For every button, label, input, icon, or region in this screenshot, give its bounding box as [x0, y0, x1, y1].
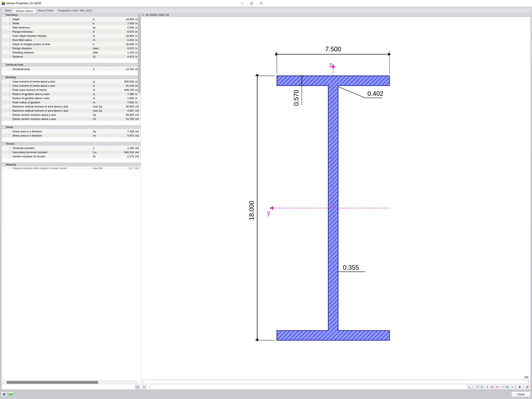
collapse-icon[interactable]: −: [2, 63, 5, 66]
category-label: Geometry: [6, 13, 18, 16]
property-row[interactable]: Torsional constant J 1.240 in4: [2, 146, 141, 150]
property-label: Torsional constant: [2, 146, 91, 150]
spacer-row: [2, 71, 141, 75]
property-symbol: A: [91, 68, 110, 71]
collapse-icon[interactable]: −: [2, 142, 5, 145]
property-label: Elastic section modulus about y-axis: [2, 113, 91, 116]
property-row[interactable]: Secondary torsional constant It,s 540.51…: [2, 150, 141, 154]
property-symbol: ry: [91, 93, 110, 95]
category-sectional area[interactable]: − Sectional Area: [2, 63, 141, 67]
property-unit: in3: [135, 109, 141, 112]
property-value: 4.007: [110, 109, 135, 112]
property-label: Shear area in y-direction: [2, 130, 91, 133]
property-symbol: tw: [91, 26, 110, 29]
minimize-button[interactable]: [237, 0, 247, 7]
tab-base[interactable]: Base: [3, 8, 13, 13]
property-row[interactable]: Detailing distance kdet 1.250 in: [2, 50, 141, 54]
property-unit: in2: [135, 167, 141, 170]
property-symbol: k1: [91, 55, 110, 58]
property-value: 840.100: [110, 88, 135, 91]
property-unit: in3: [135, 105, 141, 108]
maximize-button[interactable]: [247, 0, 256, 7]
property-label: Elastic section modulus about z-axis: [2, 117, 91, 120]
property-symbol: max Qz: [91, 109, 110, 112]
property-value: 40.100: [110, 84, 135, 87]
property-symbol: max Wu: [91, 167, 110, 170]
section-drawing[interactable]: 7.500 18.000 0.570 0.402 0.355 y z [in]: [141, 17, 266, 200]
property-label: Warping ordinate with respect to shear c…: [2, 167, 91, 170]
property-symbol: b: [91, 22, 110, 25]
property-label: Depth: [2, 18, 91, 21]
collapse-icon[interactable]: −: [2, 163, 5, 166]
property-row[interactable]: Radius of gyration about z-axis rz 1.650…: [2, 96, 141, 100]
property-row[interactable]: Depth of straight portion of web h 16.05…: [2, 42, 141, 46]
property-row[interactable]: Area moment of inertia about y-axis Iy 8…: [2, 79, 141, 83]
tab-subpanels[interactable]: Subpanels | AISC 360 | 2022: [56, 8, 95, 13]
spacer-row: [2, 158, 141, 163]
property-value: 18.000: [110, 18, 135, 21]
property-symbol: Sz: [91, 117, 110, 120]
property-value: 540.516: [110, 151, 135, 154]
property-row[interactable]: Depth d 18.000 in: [2, 17, 141, 21]
property-unit: in3: [135, 117, 141, 120]
tab-section-values[interactable]: Section Values: [13, 8, 36, 13]
property-symbol: hi: [91, 34, 110, 38]
property-symbol: Iy: [91, 80, 110, 83]
property-row[interactable]: Shear area in y-direction Ay 7.156 in2: [2, 129, 141, 133]
property-row[interactable]: Distance k1 0.813 in: [2, 54, 141, 59]
property-unit: in4: [135, 151, 141, 154]
property-value: 0.813: [110, 55, 135, 58]
category-warping[interactable]: − Warping: [2, 163, 141, 167]
property-value: 7.156: [110, 130, 135, 133]
category-label: Warping: [6, 163, 16, 166]
property-label: Web thickness: [2, 26, 91, 29]
category-label: Sectional Area: [6, 63, 23, 66]
property-row[interactable]: Web thickness tw 0.355 in: [2, 25, 141, 30]
property-symbol: h: [91, 43, 110, 46]
property-value: 0.570: [110, 30, 135, 33]
category-shear[interactable]: − Shear: [2, 125, 141, 129]
tab-stress-points[interactable]: Stress Points: [36, 8, 56, 13]
property-value: 7.500: [110, 22, 135, 25]
property-row[interactable]: Elastic section modulus about z-axis Sz …: [2, 117, 141, 121]
category-geometry[interactable]: − Geometry: [2, 13, 141, 17]
property-symbol: kdes: [91, 47, 110, 50]
category-label: Shear: [6, 126, 13, 129]
property-unit: in2: [135, 134, 141, 137]
property-row[interactable]: Inner depth between flanges hi 16.860 in: [2, 34, 141, 38]
property-row[interactable]: Radius of gyration about y-axis ry 7.380…: [2, 92, 141, 96]
property-row[interactable]: Sectional area A 14.700 in2: [2, 67, 141, 71]
property-row[interactable]: Flange thickness tf 0.570 in: [2, 30, 141, 34]
property-label: Shear area in z-direction: [2, 134, 91, 137]
property-row[interactable]: Maximum statical moment of area about y-…: [2, 104, 141, 108]
property-row[interactable]: Section modulus for torsion St 2.175 in3: [2, 154, 141, 158]
close-window-button[interactable]: [256, 0, 266, 7]
vertical-scrollbar-thumb[interactable]: [138, 13, 141, 93]
property-row[interactable]: Area moment of inertia about z-axis Iz 4…: [2, 83, 141, 88]
category-torsion[interactable]: − Torsion: [2, 142, 141, 146]
property-row[interactable]: Root fillet radius r1 0.402 in: [2, 38, 141, 42]
property-label: Maximum statical moment of area about y-…: [2, 105, 91, 108]
property-label: Width: [2, 22, 91, 25]
property-value: 32.7: [110, 167, 135, 170]
property-label: Secondary torsional constant: [2, 151, 91, 154]
property-value: 88.900: [110, 113, 135, 116]
category-bending[interactable]: − Bending: [2, 75, 141, 79]
collapse-icon[interactable]: −: [2, 13, 5, 16]
property-row[interactable]: Polar radius of gyration ro 7.562 in: [2, 100, 141, 104]
property-value: 7.562: [110, 101, 135, 104]
property-row[interactable]: Width b 7.500 in: [2, 21, 141, 25]
property-row[interactable]: Shear area in z-direction Az 5.972 in2: [2, 133, 141, 138]
collapse-icon[interactable]: −: [2, 76, 5, 79]
property-row[interactable]: Warping ordinate with respect to shear c…: [2, 167, 141, 170]
property-symbol: J: [91, 146, 110, 150]
drawing-pane: 2 - W 18x50 | AISC 16: [141, 13, 266, 200]
collapse-icon[interactable]: −: [2, 126, 5, 129]
property-row[interactable]: Polar area moment of inertia Io 840.100 …: [2, 88, 141, 92]
property-row[interactable]: Maximum statical moment of area about z-…: [2, 108, 141, 113]
property-row[interactable]: Elastic section modulus about y-axis Sy …: [2, 113, 141, 117]
property-label: Radius of gyration about z-axis: [2, 97, 91, 100]
property-unit: in3: [135, 155, 141, 158]
property-row[interactable]: Design distance kdes 0.972 in: [2, 46, 141, 50]
property-grid[interactable]: − Geometry Depth d 18.000 in Width b 7.5…: [2, 13, 141, 200]
